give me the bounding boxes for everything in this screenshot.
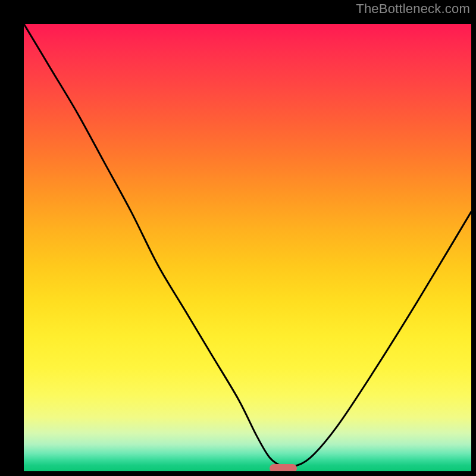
watermark-text: TheBottleneck.com [356, 1, 470, 17]
plot-area [24, 24, 471, 471]
chart-frame [10, 10, 466, 466]
optimal-marker [270, 464, 297, 471]
bottleneck-curve [24, 24, 471, 471]
